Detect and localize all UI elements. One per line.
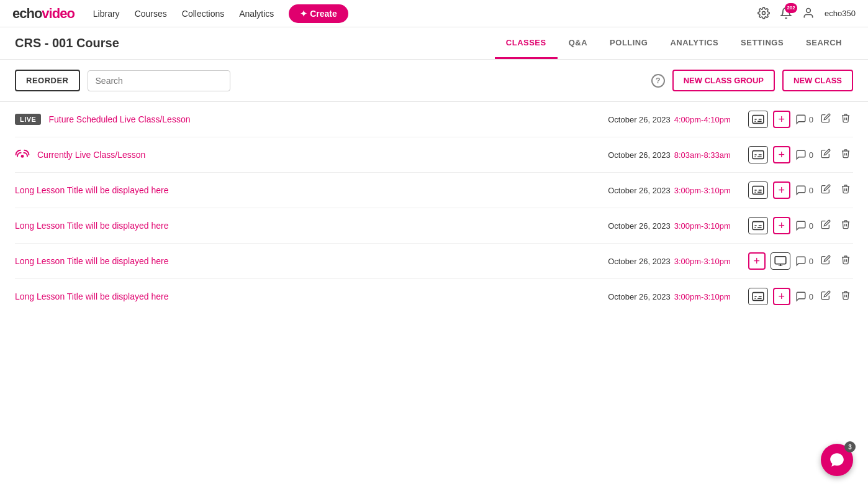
class-date: October 26, 2023 (608, 115, 670, 124)
add-button[interactable]: + (773, 181, 790, 199)
comment-number: 0 (809, 186, 813, 195)
logo-video: video (42, 6, 74, 22)
caption-icon[interactable] (748, 181, 768, 199)
svg-rect-7 (775, 257, 786, 264)
add-button[interactable]: + (748, 252, 766, 270)
class-actions: + 0 (748, 111, 853, 128)
nav-library[interactable]: Library (93, 9, 120, 19)
comments-count[interactable]: 0 (795, 220, 813, 231)
tab-analytics[interactable]: ANALYTICS (659, 27, 730, 59)
settings-icon[interactable] (757, 7, 771, 21)
class-meta: October 26, 2023 3:00pm-3:10pm (608, 292, 731, 301)
classes-toolbar: REORDER ? NEW CLASS GROUP NEW CLASS (0, 60, 868, 102)
class-title[interactable]: Future Scheduled Live Class/Lesson (48, 114, 190, 124)
edit-button[interactable] (818, 183, 833, 198)
edit-button[interactable] (818, 289, 833, 304)
class-time: 3:00pm-3:10pm (674, 257, 731, 266)
add-button[interactable]: + (773, 111, 790, 128)
class-actions: + 0 (748, 181, 853, 199)
delete-button[interactable] (838, 183, 853, 198)
class-date: October 26, 2023 (608, 221, 670, 231)
nav-collections[interactable]: Collections (182, 9, 224, 19)
nav-analytics[interactable]: Analytics (239, 9, 274, 19)
class-row: Long Lesson Title will be displayed here… (15, 279, 853, 314)
class-time: 4:00pm-4:10pm (674, 115, 731, 124)
add-button[interactable]: + (773, 288, 790, 305)
class-meta: October 26, 2023 8:03am-8:33am (608, 150, 731, 160)
live-waves-icon (15, 149, 30, 160)
add-button[interactable]: + (773, 217, 790, 234)
class-date: October 26, 2023 (608, 292, 670, 301)
class-title[interactable]: Long Lesson Title will be displayed here (15, 291, 169, 301)
delete-button[interactable] (838, 112, 853, 127)
comments-count[interactable]: 0 (795, 291, 813, 302)
tab-polling[interactable]: POLLING (599, 27, 659, 59)
class-title[interactable]: Long Lesson Title will be displayed here (15, 185, 169, 195)
class-meta: October 26, 2023 4:00pm-4:10pm (608, 115, 731, 124)
svg-rect-2 (753, 116, 764, 124)
svg-point-3 (21, 155, 24, 158)
logo[interactable]: echovideo (12, 6, 75, 22)
tab-classes[interactable]: CLASSES (495, 27, 558, 59)
comments-count[interactable]: 0 (795, 149, 813, 160)
edit-button[interactable] (818, 112, 833, 127)
new-class-button[interactable]: NEW CLASS (782, 70, 853, 91)
tab-search[interactable]: SEARCH (795, 27, 853, 59)
class-meta: October 26, 2023 3:00pm-3:10pm (608, 186, 731, 195)
new-class-group-button[interactable]: NEW CLASS GROUP (672, 70, 775, 91)
class-meta: October 26, 2023 3:00pm-3:10pm (608, 221, 731, 231)
edit-button[interactable] (818, 254, 833, 268)
class-date: October 26, 2023 (608, 186, 670, 195)
delete-button[interactable] (838, 289, 853, 304)
delete-button[interactable] (838, 147, 853, 162)
create-button[interactable]: ✦ Create (289, 4, 348, 23)
comment-number: 0 (809, 150, 813, 160)
class-actions: + 0 (748, 252, 853, 270)
comments-count[interactable]: 0 (795, 255, 813, 267)
class-time: 3:00pm-3:10pm (674, 221, 731, 231)
svg-point-0 (762, 11, 766, 14)
caption-icon[interactable] (748, 111, 768, 128)
user-icon[interactable] (802, 7, 816, 21)
live-badge: LIVE (15, 114, 41, 125)
class-time: 8:03am-8:33am (674, 150, 731, 160)
tab-qa[interactable]: Q&A (558, 27, 599, 59)
class-row: Long Lesson Title will be displayed here… (15, 173, 853, 208)
comments-count[interactable]: 0 (795, 185, 813, 196)
edit-button[interactable] (818, 218, 833, 233)
classes-list: LIVE Future Scheduled Live Class/Lesson … (0, 102, 868, 314)
comments-count[interactable]: 0 (795, 114, 813, 125)
class-row: Currently Live Class/Lesson October 26, … (15, 137, 853, 173)
caption-icon[interactable] (748, 217, 768, 234)
edit-button[interactable] (818, 147, 833, 162)
logo-echo: echo (12, 6, 42, 22)
class-date: October 26, 2023 (608, 150, 670, 160)
notification-badge: 202 (785, 3, 797, 13)
course-title: CRS - 001 Course (15, 36, 119, 50)
search-input[interactable] (88, 70, 230, 91)
notifications-icon[interactable]: 202 (780, 7, 793, 21)
class-date: October 26, 2023 (608, 257, 670, 266)
delete-button[interactable] (838, 254, 853, 268)
caption-icon[interactable] (748, 288, 768, 305)
class-actions: + 0 (748, 146, 853, 163)
monitor-icon[interactable] (771, 252, 790, 270)
add-button[interactable]: + (773, 146, 790, 163)
comment-number: 0 (809, 221, 813, 231)
caption-icon[interactable] (748, 146, 768, 163)
class-title[interactable]: Currently Live Class/Lesson (37, 150, 145, 160)
class-title[interactable]: Long Lesson Title will be displayed here (15, 221, 169, 231)
class-row: LIVE Future Scheduled Live Class/Lesson … (15, 102, 853, 137)
class-title[interactable]: Long Lesson Title will be displayed here (15, 256, 169, 266)
comment-number: 0 (809, 257, 813, 266)
class-time: 3:00pm-3:10pm (674, 292, 731, 301)
tab-settings[interactable]: SETTINGS (730, 27, 795, 59)
nav-courses[interactable]: Courses (135, 9, 167, 19)
reorder-button[interactable]: REORDER (15, 70, 80, 91)
user-name[interactable]: echo350 (825, 9, 856, 18)
class-row: Long Lesson Title will be displayed here… (15, 208, 853, 244)
nav-links: Library Courses Collections Analytics ✦ … (93, 4, 757, 23)
help-icon[interactable]: ? (651, 74, 665, 88)
delete-button[interactable] (838, 218, 853, 233)
course-tabs: CLASSES Q&A POLLING ANALYTICS SETTINGS S… (495, 27, 853, 59)
